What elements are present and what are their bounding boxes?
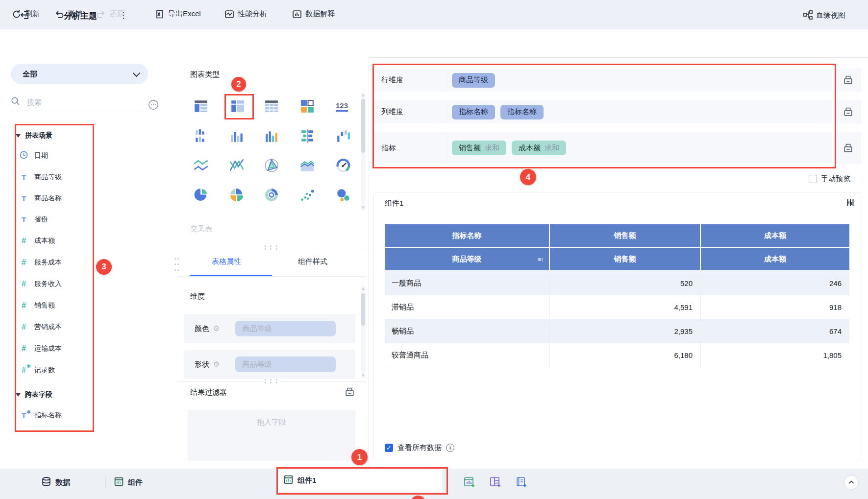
chart-type-waterfall-icon[interactable]: [336, 129, 350, 143]
manual-preview-checkbox[interactable]: [809, 175, 817, 183]
color-pill[interactable]: 商品等级: [235, 321, 336, 336]
field-item-product-grade[interactable]: T 商品等级: [20, 170, 118, 185]
tab-data[interactable]: 数据: [41, 476, 70, 489]
field-item-service-income[interactable]: # 服务收入: [20, 277, 118, 291]
chart-type-detail-table-icon[interactable]: [194, 99, 208, 114]
pill-cost-sum[interactable]: 成本额求和: [512, 141, 566, 155]
scroll-down-icon[interactable]: ▼: [361, 373, 366, 378]
search-input[interactable]: [26, 97, 116, 107]
export-excel-button[interactable]: 导出Excel: [155, 0, 201, 28]
pill-metric-name[interactable]: 指标名称: [500, 105, 544, 119]
chart-type-grouped-bar-icon[interactable]: [194, 129, 208, 143]
field-item-cost-amount[interactable]: # 成本额: [20, 234, 118, 248]
chart-type-combo-line-icon[interactable]: [229, 158, 244, 173]
chart-type-donut-icon[interactable]: [264, 188, 279, 202]
scroll-up-icon[interactable]: ▲: [361, 286, 366, 291]
chart-type-cross-table-icon[interactable]: [264, 99, 279, 114]
table-scope-dropdown[interactable]: 全部: [11, 64, 148, 84]
scroll-up-icon[interactable]: ▲: [361, 93, 366, 97]
field-item-record-count[interactable]: #✱ 记录数: [20, 363, 118, 378]
drag-handle[interactable]: [263, 379, 279, 384]
chart-type-multi-pie-icon[interactable]: [229, 188, 244, 202]
drag-handle[interactable]: [263, 245, 279, 250]
shelf-lock-icon[interactable]: [835, 132, 861, 164]
chart-type-area-icon[interactable]: [300, 158, 315, 173]
dimension-section-title: 维度: [190, 292, 205, 301]
collapse-panel-button[interactable]: [844, 475, 859, 490]
table-row[interactable]: 滞销品 4,591 918: [385, 295, 849, 319]
add-dashboard-icon[interactable]: [489, 476, 502, 489]
filter-drop-zone[interactable]: 拖入字段: [188, 410, 355, 461]
shape-pill[interactable]: 商品等级: [235, 356, 336, 372]
scrollbar-thumb[interactable]: [361, 99, 365, 153]
chart-type-column-icon[interactable]: [229, 129, 244, 143]
column-dimension-shelf[interactable]: 列维度 指标名称 指标名称: [373, 100, 832, 123]
chart-type-kpi-card-icon[interactable]: 123: [336, 101, 348, 112]
chart-type-pie-icon[interactable]: [194, 188, 208, 202]
refresh-button[interactable]: 刷新: [12, 0, 40, 28]
chart-type-group-table-icon[interactable]: [230, 99, 245, 114]
tab-component[interactable]: 组件: [114, 476, 143, 489]
lineage-view-button[interactable]: 血缘视图: [816, 11, 845, 20]
field-group-joined-tables[interactable]: 拼表场景: [16, 128, 114, 143]
field-item-metric-name[interactable]: T✱ 指标名称: [20, 408, 118, 423]
header-sales-sub[interactable]: 销售额: [550, 248, 701, 271]
chart-type-kpi-grid-icon[interactable]: [300, 99, 315, 114]
redo-button[interactable]: 还原: [96, 0, 124, 28]
chart-type-line-icon[interactable]: [194, 158, 208, 173]
number-field-icon: #: [20, 237, 28, 245]
gear-icon[interactable]: ⚙: [213, 324, 220, 333]
filter-lock-icon[interactable]: [345, 387, 355, 399]
row-dimension-shelf[interactable]: 行维度 商品等级: [373, 69, 832, 92]
header-cost[interactable]: 成本额: [701, 224, 849, 248]
search-more-icon[interactable]: [148, 99, 159, 112]
add-component-icon[interactable]: [463, 476, 476, 489]
header-metric-name[interactable]: 指标名称: [385, 224, 550, 248]
view-all-data-control[interactable]: ✓ 查看所有数据 i: [385, 443, 454, 452]
header-cost-sub[interactable]: 成本额: [701, 248, 849, 271]
info-icon[interactable]: i: [446, 444, 454, 452]
shelf-lock-icon[interactable]: [835, 100, 861, 123]
chart-type-bubble-icon[interactable]: [336, 188, 350, 202]
chart-type-bidirectional-bar-icon[interactable]: [300, 129, 315, 143]
field-item-marketing-cost[interactable]: # 营销成本: [20, 320, 118, 334]
table-row[interactable]: 畅销品 2,935 674: [385, 319, 849, 343]
chart-type-multicolor-column-icon[interactable]: [264, 129, 279, 143]
shelf-lock-icon[interactable]: [835, 69, 861, 92]
table-row[interactable]: 一般商品 520 246: [385, 271, 849, 295]
scrollbar-thumb[interactable]: [361, 293, 365, 326]
tab-widget1-active[interactable]: 组件1: [277, 469, 442, 492]
table-row[interactable]: 较普通商品 6,180 1,805: [385, 343, 849, 367]
pill-sales-sum[interactable]: 销售额求和: [452, 141, 506, 155]
pill-product-grade[interactable]: 商品等级: [452, 73, 495, 88]
field-item-province[interactable]: T 省份: [20, 212, 118, 227]
undo-button[interactable]: 撤销: [54, 0, 82, 28]
performance-analysis-button[interactable]: 性能分析: [224, 0, 267, 28]
field-item-product-name[interactable]: T 商品名称: [20, 191, 118, 206]
add-report-icon[interactable]: [515, 476, 528, 489]
chart-switch-icon[interactable]: [846, 198, 856, 209]
sort-icon[interactable]: ≡↑: [538, 256, 544, 263]
manual-preview-control[interactable]: 手动预览: [809, 174, 850, 184]
header-sales[interactable]: 销售额: [550, 224, 701, 248]
data-explain-button[interactable]: 数据解释: [292, 0, 335, 28]
scrollbar[interactable]: ▲ ▼: [361, 92, 366, 211]
header-product-grade[interactable]: 商品等级 ≡↑: [385, 248, 550, 271]
field-item-sales-amount[interactable]: # 销售额: [20, 298, 118, 313]
field-group-cross-table[interactable]: 跨表字段: [16, 387, 114, 402]
tab-table-properties[interactable]: 表格属性: [212, 257, 241, 266]
chart-type-gauge-icon[interactable]: [336, 158, 350, 173]
panel-resize-handle[interactable]: [174, 256, 179, 273]
field-item-date[interactable]: 日期: [20, 148, 118, 163]
scroll-down-icon[interactable]: ▼: [361, 205, 366, 210]
tab-component-style[interactable]: 组件样式: [298, 257, 327, 266]
chart-type-scatter-icon[interactable]: [300, 188, 315, 202]
pill-metric-name[interactable]: 指标名称: [452, 105, 495, 119]
field-item-transport-cost[interactable]: # 运输成本: [20, 341, 118, 356]
chart-type-radar-icon[interactable]: [264, 158, 279, 173]
scrollbar[interactable]: ▲ ▼: [361, 285, 366, 379]
lineage-icon[interactable]: [803, 10, 813, 22]
view-all-data-checkbox[interactable]: ✓: [385, 444, 393, 452]
gear-icon[interactable]: ⚙: [213, 360, 220, 369]
measure-shelf[interactable]: 指标 销售额求和 成本额求和: [373, 132, 832, 164]
